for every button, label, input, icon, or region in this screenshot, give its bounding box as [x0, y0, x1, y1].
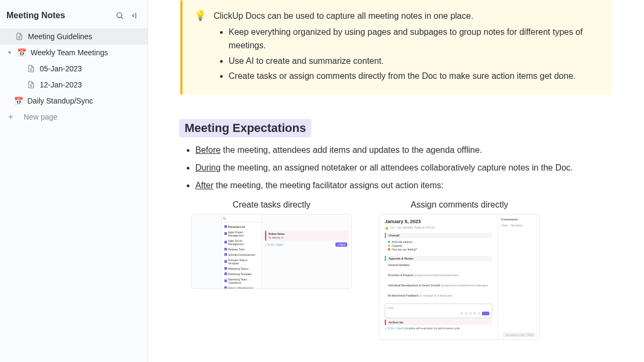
callout-bullet: Create tasks or assign comments directly…	[229, 70, 600, 83]
figures-row: Create tasks directly 🔍 Personal List Ag…	[180, 200, 612, 340]
emphasis-during: During	[195, 163, 221, 172]
screenshot-assign-comments: January 5, 2023 🔒You · Last Updated: Tod…	[379, 214, 540, 340]
page-icon	[15, 32, 24, 41]
section-action: Action Ite	[385, 320, 492, 325]
calendar-icon: 📅	[17, 48, 26, 57]
sidebar: Meeting Notes Meeting Guidelines 📅 Weekl…	[0, 0, 148, 362]
section-heading: Meeting Expectations	[179, 119, 311, 137]
section-overall: Overall	[385, 233, 492, 238]
nav-item-daily-standup[interactable]: 📅 Daily Standup/Sync	[0, 93, 148, 109]
sidebar-header: Meeting Notes	[0, 0, 148, 28]
list-item: After the meeting, the meeting facilitat…	[195, 178, 612, 194]
section-agenda: Agenda & Notes	[385, 256, 492, 261]
doc-title: January 5, 2023	[385, 219, 492, 224]
comments-panel: Comments Open Resolved	[497, 215, 539, 339]
panel-search: 🔍	[222, 215, 261, 223]
svg-point-0	[117, 13, 122, 18]
nav-label: Daily Standup/Sync	[27, 97, 93, 105]
callout-bullet: Use AI to create and summarize content.	[229, 55, 600, 68]
sidebar-header-actions	[115, 11, 140, 20]
callout-list: Keep everything organized by using pages…	[214, 26, 600, 83]
nav-label: 12-Jan-2023	[40, 80, 82, 89]
figure-create-tasks: Create tasks directly 🔍 Personal List Ag…	[191, 200, 352, 340]
expectations-list: Before the meeting, attendees add items …	[180, 143, 612, 193]
page-icon	[27, 80, 35, 89]
callout-tip: 💡 ClickUp Docs can be used to capture al…	[180, 0, 612, 95]
comment-popup: Cord	[385, 304, 492, 318]
nav-item-12-jan[interactable]: 12-Jan-2023	[0, 77, 148, 93]
lock-icon: 🔒	[385, 226, 389, 230]
sidebar-nav: Meeting Guidelines 📅 Weekly Team Meeting…	[0, 28, 148, 125]
collapse-sidebar-icon[interactable]	[130, 11, 140, 20]
nav-label: Meeting Guidelines	[28, 32, 92, 41]
nav-label: Weekly Team Meetings	[31, 48, 108, 57]
calendar-icon: 📅	[14, 97, 23, 105]
new-page-label: New page	[24, 113, 57, 121]
plus-icon	[6, 113, 15, 121]
lightbulb-icon: 💡	[194, 10, 206, 85]
callout-bullet: Keep everything organized by using pages…	[229, 26, 600, 53]
document-content[interactable]: 💡 ClickUp Docs can be used to capture al…	[148, 0, 644, 362]
nav-item-weekly-team[interactable]: 📅 Weekly Team Meetings	[0, 45, 148, 61]
search-icon[interactable]	[115, 11, 125, 20]
svg-line-1	[121, 17, 123, 19]
figure-assign-comments: Assign comments directly January 5, 2023…	[379, 200, 540, 340]
callout-title: ClickUp Docs can be used to capture all …	[214, 10, 600, 23]
figure-caption: Create tasks directly	[191, 200, 352, 210]
new-page-button[interactable]: New page	[0, 109, 148, 125]
nav-item-meeting-guidelines[interactable]: Meeting Guidelines	[0, 28, 148, 45]
screenshot-create-tasks: 🔍 Personal List Agile Project Management…	[191, 214, 352, 289]
page-icon	[27, 64, 35, 73]
figure-caption: Assign comments directly	[379, 200, 540, 210]
emphasis-after: After	[195, 181, 214, 190]
svg-marker-5	[8, 51, 12, 54]
nav-item-05-jan[interactable]: 05-Jan-2023	[0, 61, 148, 77]
chevron-down-icon[interactable]	[6, 49, 13, 56]
nav-label: 05-Jan-2023	[40, 64, 82, 73]
sidebar-title: Meeting Notes	[6, 11, 65, 20]
emphasis-before: Before	[195, 145, 221, 154]
doc-meta: 🔒You · Last Updated: Today at 4:34 am	[385, 226, 492, 230]
list-item: During the meeting, an assigned notetake…	[195, 160, 612, 176]
list-item: Before the meeting, attendees add items …	[195, 143, 612, 158]
